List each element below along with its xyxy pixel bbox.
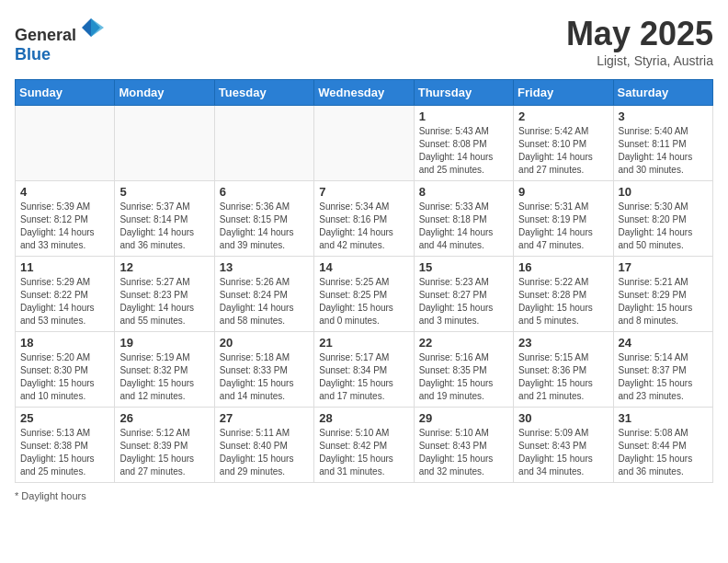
- day-daylight: Daylight: 14 hours and 55 minutes.: [119, 303, 194, 326]
- calendar-cell: 26 Sunrise: 5:12 AM Sunset: 8:39 PM Dayl…: [115, 408, 214, 483]
- weekday-header-sunday: Sunday: [16, 80, 115, 106]
- day-number: 28: [319, 411, 408, 425]
- calendar-cell: 2 Sunrise: 5:42 AM Sunset: 8:10 PM Dayli…: [514, 106, 613, 181]
- day-sunrise: Sunrise: 5:10 AM: [419, 428, 489, 438]
- day-sunset: Sunset: 8:43 PM: [419, 441, 487, 451]
- day-sunset: Sunset: 8:44 PM: [619, 441, 687, 451]
- day-sunrise: Sunrise: 5:30 AM: [619, 201, 688, 212]
- day-sunrise: Sunrise: 5:29 AM: [20, 277, 90, 287]
- day-sunrise: Sunrise: 5:37 AM: [119, 201, 189, 212]
- day-sunrise: Sunrise: 5:25 AM: [319, 277, 389, 287]
- calendar-cell: 10 Sunrise: 5:30 AM Sunset: 8:20 PM Dayl…: [613, 181, 712, 257]
- calendar-cell: [314, 106, 414, 181]
- day-number: 11: [20, 260, 109, 274]
- day-sunrise: Sunrise: 5:42 AM: [518, 126, 588, 136]
- day-number: 6: [220, 185, 309, 199]
- day-number: 29: [419, 411, 508, 425]
- calendar-cell: 22 Sunrise: 5:16 AM Sunset: 8:35 PM Dayl…: [414, 332, 513, 408]
- calendar-cell: 30 Sunrise: 5:09 AM Sunset: 8:43 PM Dayl…: [514, 408, 613, 483]
- calendar-cell: 16 Sunrise: 5:22 AM Sunset: 8:28 PM Dayl…: [514, 257, 613, 332]
- calendar-cell: 17 Sunrise: 5:21 AM Sunset: 8:29 PM Dayl…: [613, 257, 712, 332]
- day-number: 8: [419, 185, 508, 199]
- day-daylight: Daylight: 15 hours and 5 minutes.: [518, 303, 593, 326]
- subtitle: Ligist, Styria, Austria: [566, 53, 713, 68]
- day-sunset: Sunset: 8:33 PM: [220, 365, 288, 375]
- day-daylight: Daylight: 15 hours and 23 minutes.: [619, 378, 693, 401]
- calendar-cell: 15 Sunrise: 5:23 AM Sunset: 8:27 PM Dayl…: [414, 257, 513, 332]
- day-sunset: Sunset: 8:38 PM: [20, 441, 88, 451]
- calendar-cell: 14 Sunrise: 5:25 AM Sunset: 8:25 PM Dayl…: [314, 257, 414, 332]
- day-sunset: Sunset: 8:29 PM: [619, 290, 687, 300]
- calendar-cell: 9 Sunrise: 5:31 AM Sunset: 8:19 PM Dayli…: [514, 181, 613, 257]
- day-number: 15: [419, 260, 508, 274]
- day-daylight: Daylight: 14 hours and 33 minutes.: [20, 227, 95, 250]
- weekday-header-thursday: Thursday: [414, 80, 513, 106]
- day-sunrise: Sunrise: 5:15 AM: [518, 352, 588, 362]
- day-sunrise: Sunrise: 5:21 AM: [619, 277, 688, 287]
- calendar-cell: 21 Sunrise: 5:17 AM Sunset: 8:34 PM Dayl…: [314, 332, 414, 408]
- day-daylight: Daylight: 15 hours and 19 minutes.: [419, 378, 494, 401]
- day-number: 17: [619, 260, 708, 274]
- calendar-cell: 7 Sunrise: 5:34 AM Sunset: 8:16 PM Dayli…: [314, 181, 414, 257]
- day-sunrise: Sunrise: 5:18 AM: [220, 352, 290, 362]
- weekday-header-wednesday: Wednesday: [314, 80, 414, 106]
- calendar-cell: 28 Sunrise: 5:10 AM Sunset: 8:42 PM Dayl…: [314, 408, 414, 483]
- footer-note-text: Daylight hours: [21, 490, 85, 501]
- day-number: 25: [20, 411, 109, 425]
- calendar-cell: 4 Sunrise: 5:39 AM Sunset: 8:12 PM Dayli…: [16, 181, 115, 257]
- day-sunrise: Sunrise: 5:16 AM: [419, 352, 489, 362]
- day-sunrise: Sunrise: 5:20 AM: [20, 352, 90, 362]
- day-sunset: Sunset: 8:18 PM: [419, 214, 487, 224]
- day-sunrise: Sunrise: 5:31 AM: [518, 201, 588, 212]
- day-daylight: Daylight: 14 hours and 39 minutes.: [220, 227, 294, 250]
- day-sunset: Sunset: 8:25 PM: [319, 290, 387, 300]
- footer-note: * Daylight hours: [15, 490, 713, 501]
- calendar-cell: 29 Sunrise: 5:10 AM Sunset: 8:43 PM Dayl…: [414, 408, 513, 483]
- calendar-cell: 31 Sunrise: 5:08 AM Sunset: 8:44 PM Dayl…: [613, 408, 712, 483]
- day-number: 24: [619, 336, 708, 350]
- day-number: 1: [419, 109, 508, 123]
- day-daylight: Daylight: 14 hours and 53 minutes.: [20, 303, 95, 326]
- day-daylight: Daylight: 15 hours and 34 minutes.: [518, 454, 593, 477]
- day-daylight: Daylight: 15 hours and 25 minutes.: [20, 454, 95, 477]
- day-daylight: Daylight: 14 hours and 42 minutes.: [319, 227, 393, 250]
- calendar-cell: 23 Sunrise: 5:15 AM Sunset: 8:36 PM Dayl…: [514, 332, 613, 408]
- day-sunset: Sunset: 8:24 PM: [220, 290, 288, 300]
- day-number: 14: [319, 260, 408, 274]
- calendar-table: SundayMondayTuesdayWednesdayThursdayFrid…: [15, 79, 713, 483]
- title-block: May 2025 Ligist, Styria, Austria: [566, 15, 713, 68]
- calendar-cell: [115, 106, 214, 181]
- day-number: 7: [319, 185, 408, 199]
- day-number: 2: [518, 109, 608, 123]
- day-sunset: Sunset: 8:15 PM: [220, 214, 288, 224]
- calendar-cell: 27 Sunrise: 5:11 AM Sunset: 8:40 PM Dayl…: [214, 408, 313, 483]
- day-sunset: Sunset: 8:28 PM: [518, 290, 586, 300]
- day-number: 13: [220, 260, 309, 274]
- logo-text-blue: Blue: [15, 45, 51, 63]
- day-sunrise: Sunrise: 5:19 AM: [119, 352, 189, 362]
- calendar-cell: 12 Sunrise: 5:27 AM Sunset: 8:23 PM Dayl…: [115, 257, 214, 332]
- day-sunset: Sunset: 8:36 PM: [518, 365, 586, 375]
- day-number: 5: [119, 185, 209, 199]
- day-daylight: Daylight: 14 hours and 44 minutes.: [419, 227, 494, 250]
- day-number: 22: [419, 336, 508, 350]
- day-daylight: Daylight: 15 hours and 29 minutes.: [220, 454, 294, 477]
- day-daylight: Daylight: 15 hours and 0 minutes.: [319, 303, 393, 326]
- calendar-cell: 3 Sunrise: 5:40 AM Sunset: 8:11 PM Dayli…: [613, 106, 712, 181]
- day-sunrise: Sunrise: 5:11 AM: [220, 428, 290, 438]
- day-sunset: Sunset: 8:16 PM: [319, 214, 387, 224]
- day-sunset: Sunset: 8:12 PM: [20, 214, 88, 224]
- day-daylight: Daylight: 15 hours and 31 minutes.: [319, 454, 393, 477]
- day-number: 10: [619, 185, 708, 199]
- day-sunset: Sunset: 8:22 PM: [20, 290, 88, 300]
- day-sunrise: Sunrise: 5:09 AM: [518, 428, 588, 438]
- day-daylight: Daylight: 15 hours and 21 minutes.: [518, 378, 593, 401]
- day-sunset: Sunset: 8:35 PM: [419, 365, 487, 375]
- calendar-cell: 24 Sunrise: 5:14 AM Sunset: 8:37 PM Dayl…: [613, 332, 712, 408]
- weekday-header-tuesday: Tuesday: [214, 80, 313, 106]
- day-sunrise: Sunrise: 5:13 AM: [20, 428, 90, 438]
- day-sunset: Sunset: 8:34 PM: [319, 365, 387, 375]
- day-sunrise: Sunrise: 5:33 AM: [419, 201, 489, 212]
- calendar-cell: 18 Sunrise: 5:20 AM Sunset: 8:30 PM Dayl…: [16, 332, 115, 408]
- day-number: 21: [319, 336, 408, 350]
